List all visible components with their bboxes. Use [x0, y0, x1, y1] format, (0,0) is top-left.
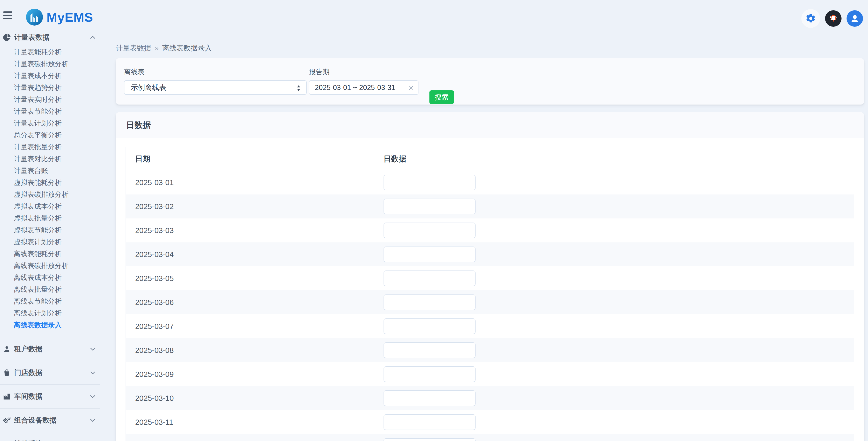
brand-name: MyEMS — [46, 10, 93, 25]
daily-value-input[interactable] — [383, 271, 475, 286]
sidebar-item[interactable]: 计量表对比分析 — [0, 153, 100, 165]
sidebar-item[interactable]: 虚拟表成本分析 — [0, 200, 100, 212]
sidebar-item[interactable]: 计量表批量分析 — [0, 141, 100, 153]
date-cell: 2025-03-05 — [126, 274, 383, 283]
sidebar-collapsed-groups: 租户数据门店数据车间数据组合设备数据辅助系统 — [0, 337, 100, 441]
daily-data-card: 日数据 日期 日数据 2025-03-012025-03-022025-03-0… — [116, 112, 864, 441]
sidebar-group-gears[interactable]: 组合设备数据 — [0, 408, 100, 432]
breadcrumb-separator: » — [155, 44, 159, 52]
table-row: 2025-03-03 — [126, 218, 854, 243]
sidebar-group-factory[interactable]: 车间数据 — [0, 384, 100, 408]
value-cell — [383, 438, 854, 441]
daily-value-input[interactable] — [383, 366, 475, 382]
offline-meter-select[interactable]: 示例离线表 — [124, 80, 307, 95]
brand-logo[interactable]: MyEMS — [26, 8, 93, 26]
daily-value-input[interactable] — [383, 223, 475, 238]
value-cell — [383, 271, 854, 286]
sidebar-item[interactable]: 离线表成本分析 — [0, 272, 100, 284]
table-row: 2025-03-02 — [126, 194, 854, 218]
breadcrumb-current: 离线表数据录入 — [162, 43, 212, 53]
table-rows: 2025-03-012025-03-022025-03-032025-03-04… — [126, 170, 854, 441]
chevron-down-icon — [89, 369, 96, 376]
sidebar-group-shopping-bag[interactable]: 门店数据 — [0, 361, 100, 384]
daily-card-body: 日期 日数据 2025-03-012025-03-022025-03-03202… — [116, 138, 864, 441]
sidebar-item[interactable]: 计量表趋势分析 — [0, 82, 100, 94]
hamburger-menu-icon[interactable] — [3, 11, 13, 22]
value-cell — [383, 318, 854, 334]
reporting-period-input[interactable]: 2025-03-01 ~ 2025-03-31 — [309, 80, 418, 95]
sidebar-item[interactable]: 离线表计划分析 — [0, 307, 100, 319]
sidebar-item[interactable]: 离线表碳排放分析 — [0, 260, 100, 272]
value-cell — [383, 198, 854, 214]
breadcrumb-parent[interactable]: 计量表数据 — [116, 43, 151, 53]
sidebar-group-meter-data[interactable]: 计量表数据 — [0, 32, 100, 43]
sidebar-group-user[interactable]: 租户数据 — [0, 337, 100, 361]
date-cell: 2025-03-04 — [126, 250, 383, 259]
reporting-period-value: 2025-03-01 ~ 2025-03-31 — [315, 84, 395, 92]
sidebar-group-monitor[interactable]: 辅助系统 — [0, 432, 100, 441]
sidebar-item[interactable]: 计量表台账 — [0, 165, 100, 177]
chevron-down-icon — [89, 346, 96, 352]
filter-panel: 离线表 示例离线表 报告期 2025-03-01 ~ 2025-03-31 — [116, 58, 864, 104]
sidebar-item[interactable]: 总分表平衡分析 — [0, 129, 100, 141]
offline-meter-selected-value: 示例离线表 — [131, 83, 166, 92]
daily-value-input[interactable] — [383, 247, 475, 262]
sidebar-item[interactable]: 虚拟表能耗分析 — [0, 177, 100, 189]
sidebar-item[interactable]: 计量表能耗分析 — [0, 46, 100, 58]
date-cell: 2025-03-02 — [126, 202, 383, 211]
date-cell: 2025-03-09 — [126, 370, 383, 379]
daily-value-input[interactable] — [383, 414, 475, 430]
sidebar-item[interactable]: 离线表批量分析 — [0, 284, 100, 295]
date-cell: 2025-03-07 — [126, 322, 383, 331]
sidebar-item[interactable]: 虚拟表节能分析 — [0, 224, 100, 236]
daily-value-input[interactable] — [383, 438, 475, 441]
value-cell — [383, 366, 854, 382]
sidebar-item[interactable]: 计量表计划分析 — [0, 117, 100, 129]
chevron-down-icon — [89, 393, 96, 400]
sidebar-item-active[interactable]: 离线表数据录入 — [0, 319, 100, 331]
value-cell — [383, 175, 854, 190]
sidebar-item[interactable]: 虚拟表碳排放分析 — [0, 189, 100, 200]
table-row: 2025-03-11 — [126, 410, 854, 434]
sidebar-item[interactable]: 计量表成本分析 — [0, 70, 100, 82]
select-caret-icon — [296, 84, 302, 94]
daily-value-input[interactable] — [383, 390, 475, 406]
table-row: 2025-03-06 — [126, 290, 854, 314]
value-cell — [383, 390, 854, 406]
sidebar-group-label: 辅助系统 — [14, 439, 89, 441]
sidebar-item[interactable]: 虚拟表计划分析 — [0, 236, 100, 248]
user-avatar-icon — [849, 13, 860, 24]
daily-value-input[interactable] — [383, 294, 475, 310]
value-cell — [383, 247, 854, 262]
date-cell: 2025-03-11 — [126, 418, 383, 427]
shopping-bag-icon — [3, 369, 11, 377]
daily-value-input[interactable] — [383, 342, 475, 358]
daily-value-input[interactable] — [383, 198, 475, 214]
notifications-button[interactable] — [825, 10, 841, 27]
sidebar-group-label: 车间数据 — [14, 392, 89, 401]
table-row: 2025-03-05 — [126, 266, 854, 290]
clear-date-icon[interactable] — [408, 85, 414, 93]
factory-icon — [3, 392, 11, 401]
search-button[interactable]: 搜索 — [429, 90, 454, 104]
topbar-actions — [801, 9, 863, 28]
reporting-period-label: 报告期 — [309, 67, 418, 77]
user-avatar[interactable] — [846, 10, 863, 27]
sidebar-item[interactable]: 离线表能耗分析 — [0, 248, 100, 260]
sidebar-item[interactable]: 离线表节能分析 — [0, 295, 100, 307]
sidebar-item[interactable]: 计量表节能分析 — [0, 105, 100, 117]
sidebar-item[interactable]: 计量表碳排放分析 — [0, 58, 100, 70]
value-cell — [383, 294, 854, 310]
date-cell: 2025-03-03 — [126, 226, 383, 235]
date-cell: 2025-03-10 — [126, 394, 383, 403]
sidebar-item[interactable]: 虚拟表批量分析 — [0, 212, 100, 224]
table-row: 2025-03-01 — [126, 170, 854, 194]
notification-bell-icon — [828, 13, 838, 24]
myems-logo-icon — [26, 8, 43, 26]
settings-button[interactable] — [801, 9, 820, 28]
daily-value-input[interactable] — [383, 175, 475, 190]
sidebar-menu-items: 计量表能耗分析计量表碳排放分析计量表成本分析计量表趋势分析计量表实时分析计量表节… — [0, 43, 100, 337]
table-row: 2025-03-07 — [126, 314, 854, 338]
daily-value-input[interactable] — [383, 318, 475, 334]
sidebar-item[interactable]: 计量表实时分析 — [0, 94, 100, 105]
